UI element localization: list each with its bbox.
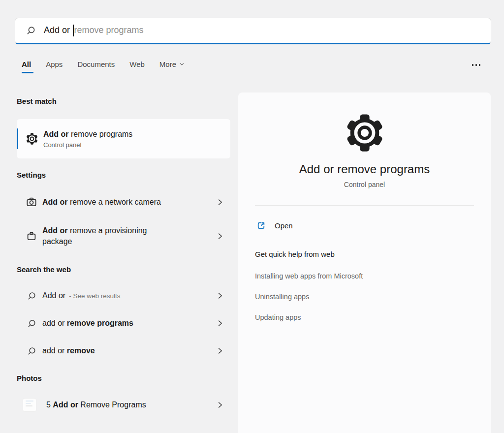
- tab-all-label: All: [22, 60, 31, 68]
- tab-apps[interactable]: Apps: [46, 60, 63, 73]
- web-query-prefix: add or: [42, 319, 67, 327]
- tab-more[interactable]: More: [159, 60, 185, 73]
- external-link-icon: [256, 220, 266, 231]
- photo-result-prefix: 5: [46, 401, 53, 409]
- tab-web-label: Web: [129, 60, 145, 68]
- preview-panel: Add or remove programs Control panel Ope…: [238, 93, 491, 433]
- tab-documents-label: Documents: [77, 60, 115, 68]
- search-icon: [26, 346, 37, 356]
- search-typed-text: Add or: [44, 25, 72, 35]
- chevron-down-icon: [179, 62, 185, 67]
- web-note-text: - See web results: [69, 292, 120, 300]
- web-result-remove[interactable]: add or remove: [17, 337, 230, 365]
- web-query-text: Add or: [42, 290, 65, 301]
- result-network-camera[interactable]: Add or remove a network camera: [17, 189, 230, 216]
- search-filter-tabs: All Apps Documents Web More: [22, 60, 487, 73]
- selection-accent-bar: [17, 128, 18, 149]
- web-result-see-web-results[interactable]: Add or - See web results: [17, 282, 230, 309]
- web-query-prefix: add or: [42, 346, 67, 355]
- chevron-right-icon: [217, 199, 223, 206]
- chevron-right-icon: [217, 233, 223, 240]
- section-header-search-web: Search the web: [17, 265, 230, 275]
- preview-title: Add or remove programs: [299, 162, 430, 176]
- search-icon: [26, 26, 36, 35]
- photo-result-rest: Remove Programs: [78, 401, 146, 409]
- tab-all[interactable]: All: [22, 60, 31, 73]
- help-section-header: Get quick help from web: [255, 250, 474, 258]
- dot-icon: [479, 64, 481, 66]
- preview-subtitle: Control panel: [344, 181, 385, 188]
- photos-result-add-remove-programs[interactable]: 5 Add or Remove Programs: [17, 391, 230, 419]
- tab-more-label: More: [159, 60, 176, 68]
- result-best-match-add-remove-programs[interactable]: Add or remove programs Control panel: [17, 119, 230, 158]
- help-link-uninstalling-apps[interactable]: Uninstalling apps: [255, 293, 474, 301]
- tab-web[interactable]: Web: [129, 60, 145, 73]
- result-text-rest: remove a network camera: [68, 198, 161, 206]
- web-query-bold: remove: [67, 346, 95, 355]
- result-title-rest: remove programs: [69, 130, 133, 138]
- result-text-bold: Add or: [42, 198, 68, 206]
- tab-documents[interactable]: Documents: [77, 60, 115, 73]
- web-result-remove-programs[interactable]: add or remove programs: [17, 309, 230, 337]
- camera-icon: [26, 196, 37, 208]
- chevron-right-icon: [217, 320, 223, 327]
- more-options-button[interactable]: [472, 60, 481, 66]
- help-link-updating-apps[interactable]: Updating apps: [255, 313, 474, 321]
- dot-icon: [475, 64, 477, 66]
- open-button-label: Open: [275, 221, 293, 230]
- open-button[interactable]: Open: [255, 216, 474, 234]
- dot-icon: [472, 64, 474, 66]
- result-subtitle: Control panel: [43, 141, 132, 149]
- text-cursor: [73, 25, 74, 36]
- gear-icon: [344, 112, 385, 154]
- section-header-best-match: Best match: [17, 96, 230, 106]
- result-title-bold: Add or: [43, 130, 69, 138]
- section-header-settings: Settings: [17, 170, 230, 180]
- tab-apps-label: Apps: [46, 60, 63, 68]
- active-tab-indicator: [22, 72, 33, 74]
- package-icon: [26, 230, 37, 242]
- section-header-photos: Photos: [17, 373, 230, 383]
- chevron-right-icon: [217, 292, 223, 299]
- search-input[interactable]: Add or remove programs: [15, 18, 491, 44]
- chevron-right-icon: [217, 402, 223, 408]
- result-text-bold: Add or: [42, 226, 68, 235]
- result-provisioning-package[interactable]: Add or remove a provisioning package: [17, 219, 230, 253]
- search-icon: [26, 291, 37, 301]
- photo-thumbnail: [23, 398, 36, 412]
- search-suggestion-text: remove programs: [74, 25, 144, 35]
- divider: [255, 205, 474, 206]
- gear-icon: [26, 132, 38, 145]
- web-query-bold: remove programs: [67, 319, 133, 327]
- help-link-installing-web-apps[interactable]: Installing web apps from Microsoft: [255, 272, 474, 280]
- chevron-right-icon: [217, 347, 223, 354]
- search-results-list: Best match Add or remove programs Contro…: [17, 96, 230, 419]
- search-icon: [26, 319, 37, 328]
- photo-result-bold: Add or: [53, 401, 78, 409]
